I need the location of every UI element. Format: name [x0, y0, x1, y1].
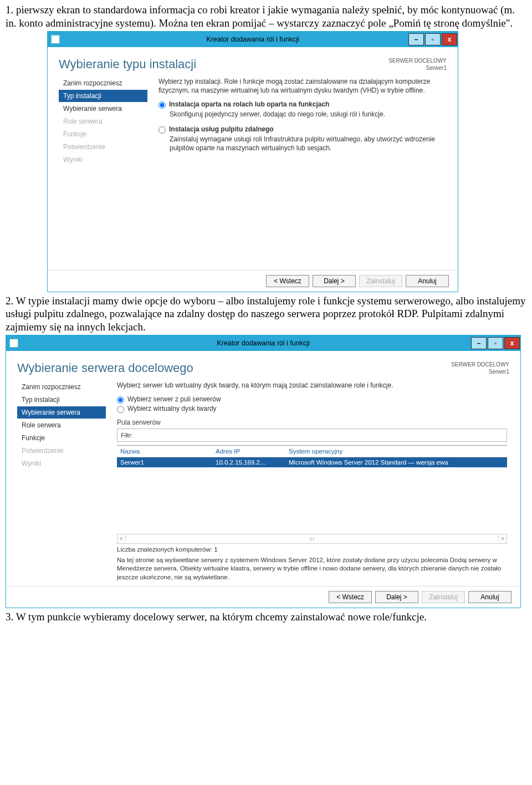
target-server-label: SERWER DOCELOWY Serwer1 — [451, 361, 509, 375]
sidebar-item-install-type[interactable]: Typ instalacji — [59, 90, 147, 102]
radio-server-pool-label: Wybierz serwer z puli serwerów — [127, 395, 221, 403]
sidebar-item-server-roles[interactable]: Role serwera — [17, 419, 106, 431]
cell-os: Microsoft Windows Server 2012 Standard —… — [285, 457, 507, 467]
radio-server-pool[interactable] — [117, 396, 124, 404]
cell-ip: 10.0.2.15,169.2... — [212, 457, 285, 467]
page-title: Wybieranie typu instalacji — [59, 57, 196, 72]
cell-name: Serwer1 — [117, 457, 212, 467]
sidebar-item-features: Funkcje — [59, 128, 147, 140]
radio-role-based[interactable] — [158, 101, 166, 109]
doc-paragraph-3: 3. W tym punkcie wybieramy docelowy serw… — [6, 610, 526, 624]
server-row-selected[interactable]: Serwer1 10.0.2.15,169.2... Microsoft Win… — [117, 457, 507, 467]
wizard-footer: < Wstecz Dalej > Zainstaluj Anuluj — [6, 586, 520, 608]
scroll-left-icon[interactable]: < — [117, 536, 126, 542]
install-button: Zainstaluj — [359, 275, 402, 287]
server-table-header: Nazwa Adres IP System operacyjny — [117, 445, 507, 457]
install-button: Zainstaluj — [422, 591, 465, 603]
sidebar-item-confirmation: Potwierdzenie — [59, 141, 147, 153]
filter-label: Filtr: — [121, 432, 132, 439]
target-server-label: SERWER DOCELOWY Serwer1 — [388, 57, 447, 72]
col-name[interactable]: Nazwa — [117, 446, 212, 457]
page-title: Wybieranie serwera docelowego — [17, 361, 193, 375]
radio-role-based-label: Instalacja oparta na rolach lub oparta n… — [169, 100, 329, 108]
cancel-button[interactable]: Anuluj — [468, 591, 511, 603]
scroll-track[interactable]: ||| — [126, 536, 498, 541]
next-button[interactable]: Dalej > — [313, 275, 356, 287]
wizard-window-1: Kreator dodawania ról i funkcji – ▫ x Wy… — [47, 31, 458, 292]
server-pool-label: Pula serwerów — [117, 419, 507, 426]
sidebar-item-results: Wyniki — [17, 457, 106, 470]
titlebar: Kreator dodawania ról i funkcji – ▫ x — [48, 32, 458, 47]
wizard-sidebar: Zanim rozpoczniesz Typ instalacji Wybier… — [59, 77, 147, 266]
sidebar-item-server-roles: Role serwera — [59, 115, 147, 128]
target-label: SERWER DOCELOWY — [388, 58, 447, 64]
sidebar-item-before-begin[interactable]: Zanim rozpoczniesz — [17, 381, 106, 393]
intro-text: Wybierz typ instalacji. Role i funkcje m… — [158, 77, 444, 95]
window-title: Kreator dodawania ról i funkcji — [48, 35, 458, 43]
col-os[interactable]: System operacyjny — [285, 446, 507, 457]
back-button[interactable]: < Wstecz — [329, 591, 372, 603]
doc-paragraph-1: 1. pierwszy ekran to standardowa informa… — [6, 3, 526, 30]
sidebar-item-before-begin[interactable]: Zanim rozpoczniesz — [59, 77, 147, 89]
sidebar-item-confirmation: Potwierdzenie — [17, 445, 106, 457]
radio-vhd-label: Wybierz wirtualny dysk twardy — [127, 405, 217, 412]
radio-rds-desc: Zainstaluj wymagane usługi roli Infrastr… — [170, 135, 444, 152]
page-note: Na tej stronie są wyświetlane serwery z … — [117, 556, 507, 582]
col-ip[interactable]: Adres IP — [212, 446, 285, 457]
found-count: Liczba znalezionych komputerów: 1 — [117, 546, 507, 553]
doc-paragraph-2: 2. W typie instalacji mamy dwie opcje do… — [6, 294, 526, 334]
radio-vhd[interactable] — [117, 406, 124, 413]
scroll-right-icon[interactable]: > — [498, 536, 507, 542]
filter-row: Filtr: — [117, 429, 507, 442]
wizard-footer: < Wstecz Dalej > Zainstaluj Anuluj — [48, 270, 458, 292]
titlebar: Kreator dodawania ról i funkcji – ▫ x — [6, 335, 520, 351]
sidebar-item-server-selection[interactable]: Wybieranie serwera — [17, 406, 106, 419]
sidebar-item-results: Wyniki — [59, 154, 147, 166]
filter-input[interactable] — [135, 431, 503, 439]
radio-rds-label: Instalacja usług pulpitu zdalnego — [169, 125, 274, 133]
sidebar-item-install-type[interactable]: Typ instalacji — [17, 394, 106, 406]
sidebar-item-server-selection[interactable]: Wybieranie serwera — [59, 103, 147, 115]
window-title: Kreator dodawania ról i funkcji — [6, 339, 520, 347]
next-button[interactable]: Dalej > — [375, 591, 418, 603]
wizard-window-2: Kreator dodawania ról i funkcji – ▫ x Wy… — [6, 335, 521, 609]
target-value: Serwer1 — [489, 369, 509, 375]
target-label: SERWER DOCELOWY — [451, 361, 509, 368]
horizontal-scrollbar[interactable]: < ||| > — [117, 534, 507, 544]
wizard-sidebar: Zanim rozpoczniesz Typ instalacji Wybier… — [17, 381, 106, 582]
radio-rds[interactable] — [158, 126, 166, 134]
back-button[interactable]: < Wstecz — [266, 275, 309, 287]
cancel-button[interactable]: Anuluj — [406, 275, 449, 287]
target-value: Serwer1 — [426, 65, 447, 71]
radio-role-based-desc: Skonfiguruj pojedynczy serwer, dodając d… — [170, 110, 444, 119]
server-table-body — [117, 467, 507, 534]
sidebar-item-features[interactable]: Funkcje — [17, 432, 106, 444]
intro-text: Wybierz serwer lub wirtualny dysk twardy… — [117, 381, 507, 390]
